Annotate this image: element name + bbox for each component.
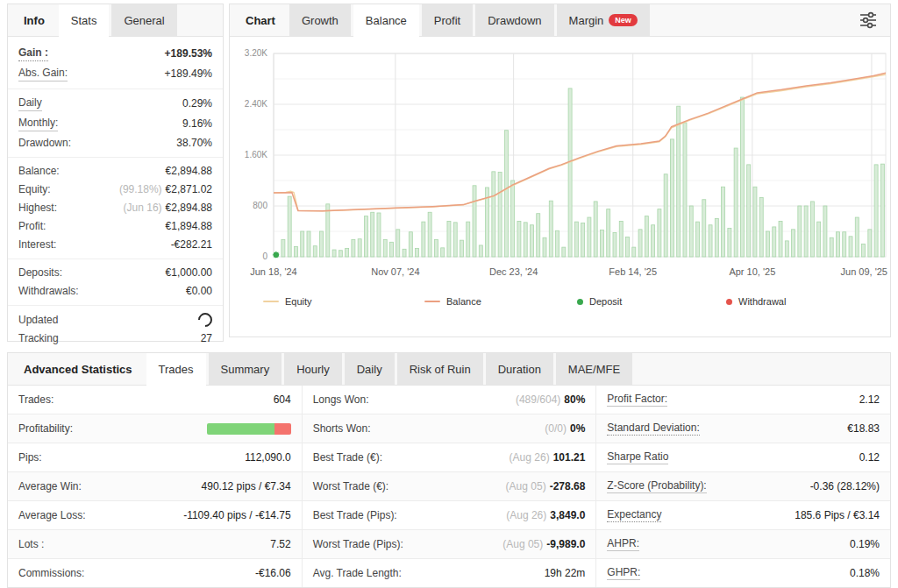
legend-item-withdrawal[interactable]: Withdrawal: [726, 296, 786, 307]
stat-muted-note: (Aug 26): [506, 509, 546, 521]
stat-value-group: +189.49%: [165, 67, 212, 81]
tab-daily[interactable]: Daily: [345, 353, 395, 385]
tab-general[interactable]: General: [111, 4, 176, 36]
profit-bar: [492, 172, 495, 257]
tab-label: MAE/MFE: [568, 363, 620, 376]
tab-drawdown[interactable]: Drawdown: [475, 4, 553, 36]
stat-value-group: 27: [201, 332, 212, 345]
y-axis-tick: 1.60K: [245, 150, 267, 159]
legend-label: Withdrawal: [738, 296, 786, 307]
profit-bar: [766, 231, 769, 257]
profit-bar: [759, 198, 763, 257]
profit-bar: [568, 89, 572, 257]
stat-cell-ghpr: GHPR:0.18%: [596, 559, 890, 587]
tabbar-spacer: [650, 4, 846, 36]
stat-cell-best-trade: Best Trade (€):(Aug 26)101.21: [303, 443, 597, 471]
balance-chart: 3.20K2.40K1.60K8000Jun 18, '24Nov 07, '2…: [230, 37, 890, 337]
legend-label: Balance: [446, 296, 481, 307]
stat-label: Equity:: [18, 183, 51, 196]
stat-label: Trades:: [18, 393, 53, 406]
stat-label: Updated: [18, 314, 58, 327]
stat-label: Shorts Won:: [313, 422, 371, 435]
stat-value-group: (489/604)80%: [516, 393, 585, 406]
tab-summary[interactable]: Summary: [209, 353, 282, 385]
profit-bar: [549, 201, 552, 257]
stat-group: Deposits:€1,000.00Withdrawals:€0.00: [8, 259, 223, 306]
stat-value: 112,090.0: [245, 451, 291, 464]
stat-label: Best Trade (Pips):: [313, 509, 397, 521]
profit-bar: [785, 241, 788, 257]
y-axis-tick: 800: [253, 201, 267, 210]
profit-bar: [409, 232, 412, 257]
account-dashboard: Info StatsGeneral Gain :+189.53%Abs. Gai…: [0, 0, 898, 588]
stat-value: 27: [201, 332, 212, 345]
stat-value-group: (Aug 26)101.21: [510, 451, 586, 464]
stat-muted-note: (Aug 05): [502, 538, 543, 550]
stat-label: AHPR:: [607, 537, 639, 551]
chart-tabs: GrowthBalanceProfitDrawdownMarginNew: [289, 4, 650, 36]
table-row: Profitability:Shorts Won:(0/0)0%Standard…: [8, 414, 890, 443]
profit-bar: [422, 222, 425, 257]
profit-bar: [371, 212, 374, 257]
profit-bar: [798, 206, 802, 257]
stat-value: 80%: [564, 393, 585, 406]
profit-bar: [581, 223, 585, 257]
stat-value: 604: [274, 393, 291, 406]
tab-info[interactable]: Info: [8, 4, 59, 36]
profit-bar: [364, 216, 367, 257]
tab-stats[interactable]: Stats: [59, 4, 110, 36]
stat-value-group: (Aug 05)-9,989.0: [502, 538, 585, 550]
equity-line: [274, 74, 886, 211]
tab-hourly[interactable]: Hourly: [284, 353, 342, 385]
stat-label: Longs Won:: [313, 393, 369, 406]
stats-tabbar: Info StatsGeneral: [8, 4, 223, 37]
tab-growth[interactable]: Growth: [289, 4, 351, 36]
stat-value: -€282.21: [171, 238, 212, 251]
stat-value-group: -€282.21: [171, 238, 212, 251]
chart-settings-button[interactable]: [846, 4, 890, 36]
profit-bar: [868, 230, 872, 257]
x-axis-tick: Jun 18, '24: [250, 266, 296, 277]
profit-bar: [346, 249, 349, 257]
stat-value-group: (Jun 16)€2,894.88: [124, 202, 212, 215]
stat-group: UpdatedTracking27: [8, 306, 223, 352]
stat-label: Balance:: [18, 165, 60, 178]
tab-risk-of-ruin[interactable]: Risk of Ruin: [397, 353, 483, 385]
profit-bar: [626, 237, 630, 257]
legend-item-balance[interactable]: Balance: [424, 296, 481, 307]
legend-item-deposit[interactable]: Deposit: [577, 296, 622, 307]
tab-label: Margin: [569, 14, 604, 27]
profit-bar: [390, 242, 394, 257]
profit-bar: [810, 202, 814, 257]
balance-swatch-icon: [424, 301, 440, 302]
stat-value: 0%: [570, 422, 585, 435]
stat-muted-note: (0/0): [545, 422, 567, 435]
profit-bar: [613, 232, 616, 257]
tab-balance[interactable]: Balance: [353, 4, 419, 36]
tab-mae-mfe[interactable]: MAE/MFE: [556, 353, 632, 385]
tab-chart[interactable]: Chart: [230, 4, 289, 36]
x-axis-tick: Feb 14, '25: [609, 266, 657, 277]
profit-bar: [428, 212, 431, 257]
stat-cell-profit-factor: Profit Factor:2.12: [596, 386, 890, 414]
tab-trades[interactable]: Trades: [146, 353, 206, 385]
tab-label: General: [124, 14, 164, 27]
stat-label: Profitability:: [18, 422, 73, 435]
stat-value-group: €2,894.88: [166, 165, 212, 178]
stat-value-group: €0.00: [186, 285, 212, 298]
profit-bar: [843, 232, 846, 257]
tab-margin[interactable]: MarginNew: [557, 4, 650, 36]
stat-value: €1,000.00: [166, 266, 212, 280]
stat-label: Gain :: [18, 46, 48, 61]
stat-cell-shorts-won: Shorts Won:(0/0)0%: [303, 414, 597, 443]
profit-bar: [447, 221, 451, 257]
y-axis-tick: 0: [262, 251, 267, 261]
legend-item-equity[interactable]: Equity: [263, 296, 312, 307]
stat-label: Drawdown:: [18, 137, 71, 150]
tab-profit[interactable]: Profit: [422, 4, 473, 36]
tab-advanced-statistics[interactable]: Advanced Statistics: [8, 353, 146, 385]
tab-duration[interactable]: Duration: [486, 353, 553, 385]
y-axis-tick: 2.40K: [245, 99, 267, 109]
profit-bar: [702, 200, 706, 257]
chart-canvas[interactable]: 3.20K2.40K1.60K8000Jun 18, '24Nov 07, '2…: [230, 37, 890, 287]
